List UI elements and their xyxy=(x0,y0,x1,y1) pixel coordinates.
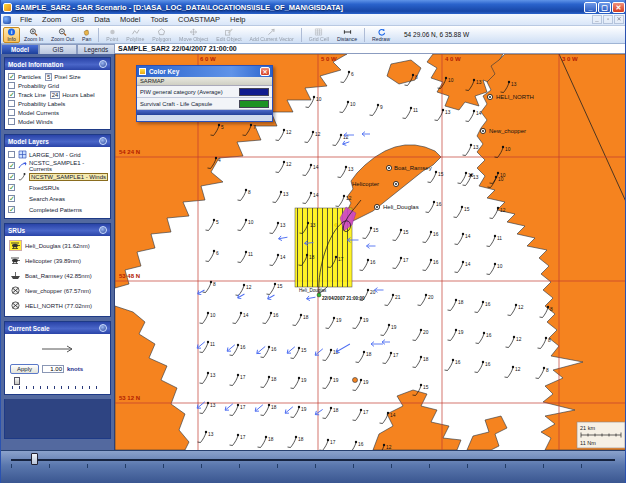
svg-text:17: 17 xyxy=(393,353,399,358)
svg-text:12: 12 xyxy=(500,208,506,213)
svg-text:6: 6 xyxy=(351,72,354,77)
time-slider-track[interactable] xyxy=(11,459,615,461)
menu-tools[interactable]: Tools xyxy=(145,14,173,25)
info-button[interactable]: iInfo xyxy=(3,27,20,43)
sru-list-item[interactable]: Helicopter (39.89nm) xyxy=(8,253,108,268)
add-current-vector-button: Add Current Vector xyxy=(246,27,298,43)
grid-layer-icon xyxy=(18,150,27,159)
apply-button[interactable]: Apply xyxy=(10,364,39,374)
time-slider-ticks xyxy=(11,464,615,468)
current-scale-slider[interactable] xyxy=(12,377,104,389)
minimize-button[interactable]: _ xyxy=(584,2,597,13)
color-key-close-icon[interactable]: ✕ xyxy=(260,67,270,76)
mdi-close-button[interactable]: ✕ xyxy=(614,15,624,24)
svg-text:10: 10 xyxy=(350,102,356,107)
drift-point[interactable] xyxy=(317,293,321,297)
sru-marker-boat_ramsey[interactable]: Boat_Ramsey xyxy=(386,165,431,171)
winds-layer-icon xyxy=(18,172,27,181)
zoom-out-button[interactable]: Zoom Out xyxy=(47,27,78,43)
mdi-restore-button[interactable]: ▫ xyxy=(603,15,613,24)
app-icon xyxy=(3,3,12,12)
menu-gis[interactable]: GIS xyxy=(66,14,89,25)
color-key-title-bar[interactable]: Color Key ✕ xyxy=(137,66,272,77)
checkbox[interactable]: ✓ xyxy=(8,195,15,202)
slider-handle[interactable] xyxy=(14,377,20,385)
current-scale-units-label: knots xyxy=(67,366,83,372)
latitude-label: 54 24 N xyxy=(119,149,140,155)
helicopter-icon xyxy=(9,255,22,266)
checkbox[interactable]: ✓ xyxy=(8,91,15,98)
toolbar: iInfoZoom InZoom OutPanPointPolylinePoly… xyxy=(1,26,626,44)
svg-text:12: 12 xyxy=(515,367,521,372)
zoom-in-button[interactable]: Zoom In xyxy=(20,27,47,43)
svg-text:13: 13 xyxy=(208,432,214,437)
checkbox[interactable] xyxy=(8,151,15,158)
close-button[interactable]: ✕ xyxy=(612,2,625,13)
svg-text:14: 14 xyxy=(465,262,471,267)
svg-text:Heli_Douglas: Heli_Douglas xyxy=(383,204,419,210)
tab-gis[interactable]: GIS xyxy=(39,44,77,54)
pin-icon[interactable] xyxy=(99,226,107,234)
svg-text:16: 16 xyxy=(358,442,364,447)
svg-text:14: 14 xyxy=(313,165,319,170)
color-key-row: PIW general category (Average) xyxy=(137,86,272,98)
menu-zoom[interactable]: Zoom xyxy=(37,14,66,25)
chopper-icon xyxy=(9,300,22,311)
menu-data[interactable]: Data xyxy=(89,14,115,25)
svg-text:13: 13 xyxy=(476,80,482,85)
mdi-minimize-button[interactable]: _ xyxy=(592,15,602,24)
application-window: SAMPLE_SAR2 - SAR Scenario - [D:\ASA_LOC… xyxy=(0,0,626,483)
menu-coastmap[interactable]: COASTMAP xyxy=(173,14,225,25)
checkbox[interactable]: ✓ xyxy=(8,206,15,213)
checkbox[interactable] xyxy=(8,100,15,107)
value-field[interactable]: 5 xyxy=(45,73,52,81)
pan-icon xyxy=(82,28,91,36)
menu-file[interactable]: File xyxy=(15,14,37,25)
svg-text:14: 14 xyxy=(243,313,249,318)
svg-text:16: 16 xyxy=(485,302,491,307)
sru-list-item[interactable]: New_chopper (67.57nm) xyxy=(8,283,108,298)
checkbox[interactable]: ✓ xyxy=(8,184,15,191)
sru-list-item[interactable]: Boat_Ramsey (42.85nm) xyxy=(8,268,108,283)
zoom-out-icon xyxy=(58,28,67,36)
drift-label: Heli_Douglas xyxy=(299,288,327,293)
menu-help[interactable]: Help xyxy=(225,14,250,25)
layer-row: LARGE_IOM - Grid xyxy=(8,149,108,160)
value-field[interactable]: 24 xyxy=(50,91,60,99)
current-scale-value-field[interactable]: 1.00 xyxy=(42,365,64,373)
checkbox[interactable] xyxy=(8,82,15,89)
menu-model[interactable]: Model xyxy=(115,14,145,25)
distance-icon xyxy=(343,28,352,36)
model-info-row: Model Currents xyxy=(8,108,108,117)
pin-icon[interactable] xyxy=(99,137,107,145)
maximize-button[interactable]: ▢ xyxy=(598,2,611,13)
tab-legends[interactable]: Legends xyxy=(77,44,115,54)
tab-model[interactable]: Model xyxy=(1,44,39,54)
sru-list-item[interactable]: Heli_Douglas (31.62nm) xyxy=(8,238,108,253)
layer-row: ✓NCSTC_SAMPLE1 - Currents xyxy=(8,160,108,171)
polyline-icon xyxy=(131,28,140,36)
checkbox[interactable] xyxy=(8,118,15,125)
checkbox[interactable]: ✓ xyxy=(8,173,15,180)
svg-text:14: 14 xyxy=(313,193,319,198)
svg-text:8: 8 xyxy=(546,368,549,373)
distance-button[interactable]: Distance xyxy=(333,27,361,43)
color-key-footer xyxy=(137,110,272,115)
toolbar-separator xyxy=(98,28,99,42)
checkbox[interactable]: ✓ xyxy=(8,162,15,169)
move-icon xyxy=(189,28,198,36)
svg-text:13: 13 xyxy=(511,82,517,87)
svg-text:14: 14 xyxy=(476,111,482,116)
color-key-dialog[interactable]: Color Key ✕ SARMAP PIW general category … xyxy=(136,65,273,122)
svg-text:11: 11 xyxy=(497,236,502,241)
svg-text:15: 15 xyxy=(277,284,283,289)
checkbox[interactable] xyxy=(8,109,15,116)
checkbox[interactable]: ✓ xyxy=(8,73,15,80)
svg-text:11: 11 xyxy=(248,252,253,257)
pin-icon[interactable] xyxy=(99,324,107,332)
pin-icon[interactable] xyxy=(99,60,107,68)
layer-row: ✓Search Areas xyxy=(8,193,108,204)
sru-list-item[interactable]: HELI_NORTH (77.02nm) xyxy=(8,298,108,313)
redraw-button[interactable]: Redraw xyxy=(368,27,394,43)
pan-button[interactable]: Pan xyxy=(78,27,95,43)
